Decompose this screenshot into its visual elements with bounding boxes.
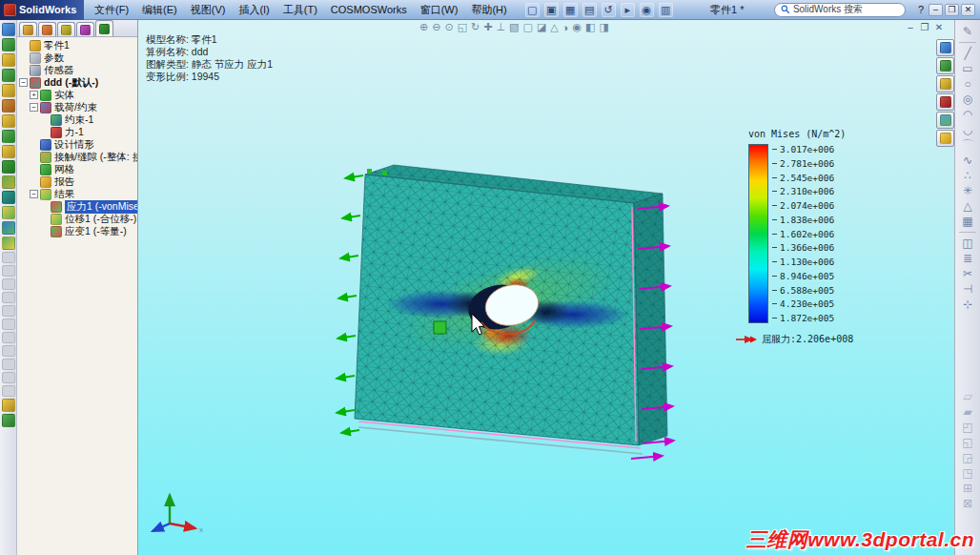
- cosmos-run-icon[interactable]: [2, 175, 15, 189]
- options-icon[interactable]: ▥: [659, 3, 673, 17]
- shadows-icon[interactable]: ◑: [562, 22, 569, 33]
- dimxpert-tab[interactable]: [76, 22, 94, 36]
- cosmos-plot-icon[interactable]: [2, 206, 15, 219]
- shaded-icon[interactable]: ▧: [509, 21, 519, 33]
- cosmos-compare-icon[interactable]: [2, 236, 15, 250]
- cosmos-results-icon[interactable]: [2, 191, 15, 204]
- menu-v[interactable]: 视图(V): [184, 1, 233, 19]
- view-orientation-icon[interactable]: △: [550, 21, 558, 33]
- mirror-icon[interactable]: ◫: [962, 236, 972, 251]
- view-cube-4-icon[interactable]: ◱: [962, 435, 972, 450]
- help-button[interactable]: ?: [913, 4, 929, 15]
- viewport-restore-button[interactable]: ❐: [919, 22, 930, 32]
- meshed-plate[interactable]: [355, 165, 667, 445]
- wireframe-icon[interactable]: ▢: [523, 21, 533, 33]
- view-cube-6-icon[interactable]: ◳: [962, 465, 972, 481]
- cosmos-material-icon[interactable]: [2, 53, 15, 67]
- tree-item-design-scenario[interactable]: 设计情形: [17, 138, 137, 151]
- menu-w[interactable]: 窗口(W): [414, 1, 465, 19]
- cosmos-load-icon[interactable]: [2, 99, 15, 113]
- cosmos-options-icon[interactable]: [2, 399, 15, 412]
- propertymanager-tab[interactable]: [38, 22, 56, 36]
- search-input[interactable]: SolidWorks 搜索: [774, 3, 906, 17]
- cosmos-restraint-icon[interactable]: [2, 84, 15, 97]
- view-cube-2-icon[interactable]: ▰: [963, 404, 971, 420]
- cosmos-contact-icon[interactable]: [2, 145, 15, 158]
- spline-icon[interactable]: ∿: [963, 153, 972, 168]
- restore-button[interactable]: ❐: [945, 4, 959, 16]
- tree-item-part[interactable]: 零件1: [17, 39, 137, 51]
- plot-tool-5-button[interactable]: [936, 112, 954, 129]
- tree-item-displacement1[interactable]: 位移1 (-合位移-): [17, 213, 137, 225]
- view-cube-5-icon[interactable]: ◲: [962, 450, 972, 465]
- menu-cosmosworks[interactable]: COSMOSWorks: [324, 2, 414, 17]
- tree-item-contact-gap[interactable]: 接触/缝隙 (-整体: 接: [17, 151, 137, 163]
- zoom-in-icon[interactable]: ⊕: [419, 21, 428, 33]
- select-icon[interactable]: ▸: [621, 3, 635, 17]
- plot-tool-6-button[interactable]: [936, 130, 954, 147]
- tree-item-parameters[interactable]: 参数: [17, 51, 137, 64]
- circle-icon[interactable]: ○: [964, 76, 970, 92]
- rebuild-icon[interactable]: ◉: [640, 3, 654, 17]
- tree-item-solids[interactable]: +实体: [17, 89, 137, 101]
- section-view-icon[interactable]: ◪: [537, 21, 546, 33]
- menu-h[interactable]: 帮助(H): [464, 1, 513, 19]
- view-cube-8-icon[interactable]: ⊠: [963, 496, 972, 511]
- view-cube-1-icon[interactable]: ▱: [963, 389, 971, 404]
- point-icon[interactable]: ∴: [964, 168, 971, 183]
- tree-item-force-1[interactable]: 力-1: [17, 126, 137, 138]
- cosmos-help-icon[interactable]: [2, 414, 15, 427]
- cosmos-grid-icon[interactable]: [2, 221, 15, 235]
- camera-icon[interactable]: ◉: [572, 21, 582, 33]
- cosmos-advisor-icon[interactable]: [2, 23, 15, 36]
- tree-item-stress1[interactable]: 应力1 (-vonMise: [17, 200, 137, 213]
- graphics-viewport[interactable]: ⊕⊖⊙◱↻✚⊥▧▢◪△◑◉◧◨ –❐✕ 模型名称: 零件1算例名称: ddd图解…: [138, 20, 954, 555]
- undo-icon[interactable]: ↺: [602, 3, 616, 17]
- plot-tool-3-button[interactable]: [936, 75, 954, 92]
- tree-item-report[interactable]: 报告: [17, 175, 137, 188]
- menu-i[interactable]: 插入(I): [232, 1, 276, 19]
- featuremanager-tab[interactable]: [19, 22, 37, 36]
- tree-item-strain1[interactable]: 应变1 (-等量-): [17, 225, 137, 237]
- tree-item-study[interactable]: −ddd (-默认-): [17, 76, 137, 89]
- minimize-button[interactable]: –: [929, 4, 943, 16]
- configurationmanager-tab[interactable]: [57, 22, 75, 36]
- zoom-fit-icon[interactable]: ⊙: [444, 21, 453, 33]
- open-document-icon[interactable]: ▣: [544, 3, 559, 17]
- expander-icon[interactable]: −: [30, 190, 38, 198]
- right-view-icon[interactable]: ◨: [599, 21, 608, 33]
- zoom-out-icon[interactable]: ⊖: [432, 21, 440, 33]
- tree-item-mesh[interactable]: 网格: [17, 163, 137, 175]
- cosmos-shell-icon[interactable]: [2, 130, 15, 143]
- plot-tool-1-button[interactable]: [936, 39, 954, 56]
- menu-f[interactable]: 文件(F): [88, 1, 135, 19]
- construction-icon[interactable]: ⊹: [963, 297, 972, 312]
- hatch-icon[interactable]: ▦: [962, 214, 972, 229]
- line-icon[interactable]: ╱: [964, 46, 970, 61]
- zoom-area-icon[interactable]: ◱: [458, 21, 467, 33]
- view-cube-7-icon[interactable]: ⊞: [963, 481, 972, 496]
- viewport-minimize-button[interactable]: –: [905, 22, 916, 32]
- cosmos-mesh-icon[interactable]: [2, 160, 15, 174]
- save-icon[interactable]: ▦: [563, 3, 578, 17]
- tree-item-results[interactable]: −结果: [17, 188, 137, 200]
- polygon-icon[interactable]: △: [963, 198, 971, 214]
- cosmos-study-icon[interactable]: [2, 38, 15, 51]
- perimeter-circle-icon[interactable]: ◎: [963, 92, 972, 107]
- tangent-arc-icon[interactable]: ◡: [963, 122, 972, 137]
- plot-tool-2-button[interactable]: [936, 57, 954, 74]
- menu-t[interactable]: 工具(T): [276, 1, 324, 19]
- close-button[interactable]: ✕: [961, 4, 975, 16]
- expander-icon[interactable]: +: [30, 91, 38, 99]
- cosmos-bell-icon[interactable]: [2, 114, 15, 128]
- offset-icon[interactable]: ≣: [963, 251, 972, 266]
- tree-item-loads-restraints[interactable]: −载荷/约束: [17, 101, 137, 113]
- expander-icon[interactable]: −: [30, 103, 38, 112]
- trim-icon[interactable]: ✂: [963, 266, 972, 281]
- jog-icon[interactable]: ⊣: [963, 281, 972, 297]
- normal-to-icon[interactable]: ⊥: [497, 21, 506, 33]
- viewport-close-button[interactable]: ✕: [933, 22, 945, 32]
- view-cube-3-icon[interactable]: ◰: [962, 420, 972, 435]
- rotate-view-icon[interactable]: ↻: [471, 21, 480, 33]
- pan-icon[interactable]: ✚: [483, 21, 492, 33]
